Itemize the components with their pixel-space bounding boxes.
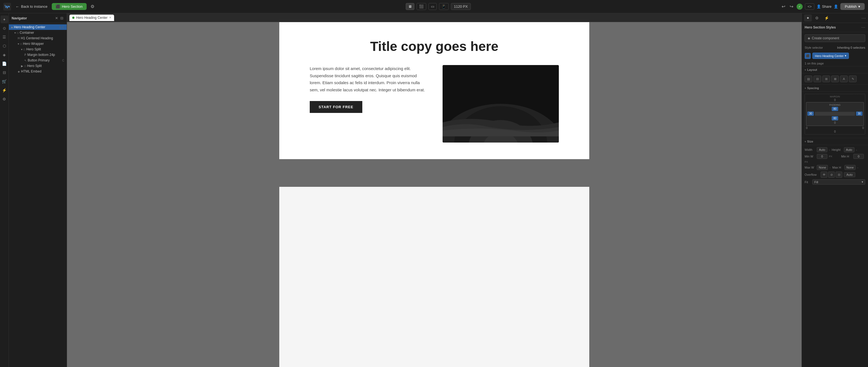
back-to-instance-button[interactable]: ← Back to instance [13, 3, 50, 10]
fit-dropdown[interactable]: Fill ▾ [812, 179, 865, 185]
navigator-expand-button[interactable]: ⊟ [60, 16, 64, 21]
nav-item-label: Hero Split [27, 64, 42, 68]
style-selector-dropdown[interactable]: Hero Heading Center ▾ [812, 53, 849, 59]
sidebar-layers-icon[interactable]: ☰ [1, 33, 8, 41]
selector-icon: ⬛ [805, 53, 811, 59]
sidebar-logic-icon[interactable]: ⚡ [1, 86, 8, 94]
nav-container-icon: □ [17, 31, 19, 34]
desktop-view-button[interactable]: 🖥 [406, 3, 414, 10]
nav-item-margin-bottom[interactable]: P Margin bottom 24p [9, 52, 67, 58]
min-w-val: 0 [817, 154, 827, 159]
redo-button[interactable]: ↪ [788, 3, 795, 10]
nav-chevron-right-icon: ▾ [18, 42, 19, 45]
webflow-logo[interactable] [3, 3, 11, 10]
tab-active-dot [72, 17, 74, 19]
layout-section-header[interactable]: ▾ Layout [802, 66, 868, 73]
nav-item-label: Container [20, 31, 34, 35]
create-component-button[interactable]: ◈ Create component [805, 34, 865, 42]
size-section-header[interactable]: ▾ Size [802, 138, 868, 145]
nav-chevron-split1-icon: ▾ [21, 48, 23, 51]
mobile-view-button[interactable]: 📱 [439, 3, 449, 10]
save-status-icon: ✓ [797, 4, 803, 10]
navigator-close-button[interactable]: ✕ [55, 16, 59, 21]
publish-icon-button[interactable]: 👤 [834, 4, 838, 8]
selector-row: ⬛ Hero Heading Center ▾ [802, 51, 868, 61]
display-flex-col-icon[interactable]: ⊞ [822, 75, 830, 82]
display-options: ▤ ⊟ ⊞ ⊠ A ✎ [805, 75, 865, 82]
nav-item-hero-heading-center[interactable]: ■ Hero Heading Center ⎘ C [9, 24, 67, 30]
margin-right-val: 0 [862, 126, 864, 129]
size-dash-1: - [829, 148, 830, 151]
settings-tab[interactable]: ⚙ [813, 14, 821, 22]
view-controls: 🖥 ⬛ ▭ 📱 1120 PX [98, 3, 779, 10]
sidebar-pages-icon[interactable]: 📄 [1, 60, 8, 67]
nav-item-label: H1 Centered Heading [21, 36, 53, 40]
nav-duplicate-icon[interactable]: ⎘ [59, 26, 61, 29]
min-h-val: 0 [853, 154, 864, 159]
nav-item-hero-wrapper[interactable]: ▾ □ Hero Wrapper [9, 41, 67, 47]
overflow-buttons: 👁 ⊘ ⊟ [821, 172, 842, 178]
spacing-section-header[interactable]: ▾ Spacing [802, 84, 868, 91]
max-w-label: Max W [805, 166, 815, 169]
tab-close-icon[interactable]: ✕ [109, 16, 111, 19]
max-dash-2: - [857, 166, 858, 169]
section-more-icon[interactable]: ⋯ [861, 25, 865, 30]
right-section-title: Hero Section Styles [805, 26, 836, 29]
hero-split-container: Lorem ipsum dolor sit amet, consectetur … [310, 65, 559, 143]
sidebar-settings-icon[interactable]: ⚙ [1, 95, 8, 103]
overflow-visible-button[interactable]: 👁 [821, 172, 827, 178]
min-size-row: Min W 0 PX Min H 0 PX [805, 154, 865, 163]
share-button[interactable]: 👤 Share [816, 4, 832, 8]
display-text-icon[interactable]: A [840, 75, 848, 82]
nav-html-icon: ◈ [18, 70, 20, 73]
nav-btn-badge[interactable]: C [62, 59, 64, 62]
nav-button-icons: C [62, 59, 64, 62]
nav-item-hero-split-2[interactable]: ▶ □ Hero Split [9, 63, 67, 69]
nav-item-button-primary[interactable]: ↖ Button Primary C [9, 58, 67, 63]
display-flex-row-icon[interactable]: ⊟ [813, 75, 821, 82]
sidebar-assets-icon[interactable]: ⬡ [1, 42, 8, 50]
tablet-portrait-button[interactable]: ▭ [429, 3, 437, 10]
layout-label: Layout [807, 68, 817, 71]
fit-chevron-icon: ▾ [862, 180, 863, 184]
width-height-row: Width Auto - Height Auto - [805, 147, 865, 152]
nav-item-hero-split-1[interactable]: ▾ □ Hero Split [9, 47, 67, 52]
publish-button[interactable]: Publish ▾ [840, 3, 865, 10]
navigator-header: Navigator ✕ ⊟ [9, 13, 67, 23]
nav-item-label: Hero Wrapper [23, 42, 44, 46]
display-block-icon[interactable]: ▤ [805, 75, 812, 82]
layout-chevron-icon: ▾ [805, 68, 806, 71]
hero-cta-button[interactable]: START FOR FREE [310, 101, 362, 113]
tablet-landscape-button[interactable]: ⬛ [416, 3, 426, 10]
sidebar-add-icon[interactable]: + [1, 16, 8, 23]
nav-item-container[interactable]: ▾ □ Container [9, 30, 67, 35]
hero-section-button[interactable]: ⬛ Hero Section [52, 3, 86, 10]
navigator-title: Navigator [11, 16, 27, 20]
canvas-tab-bar: Hero Heading Center ✕ [67, 13, 802, 22]
nav-item-h1[interactable]: H H1 Centered Heading [9, 35, 67, 41]
interactions-tab[interactable]: ⚡ [822, 14, 831, 22]
overflow-scroll-button[interactable]: ⊟ [836, 172, 842, 178]
nav-item-html-embed[interactable]: ◈ HTML Embed [9, 69, 67, 74]
display-edit-icon[interactable]: ✎ [849, 75, 857, 82]
overflow-auto-val: Auto [844, 172, 855, 177]
overflow-hidden-button[interactable]: ⊘ [828, 172, 835, 178]
sidebar-cms-icon[interactable]: ⊟ [1, 69, 8, 77]
code-view-button[interactable]: <> [805, 3, 814, 10]
panel-more-icon[interactable]: ⋯ [861, 16, 866, 21]
canvas-tab-hero[interactable]: Hero Heading Center ✕ [69, 14, 114, 21]
sidebar-search-icon[interactable]: ⊙ [1, 24, 8, 32]
share-icon: 👤 [816, 4, 821, 8]
undo-button[interactable]: ↩ [780, 3, 786, 10]
nav-chevron-split2-icon: ▶ [21, 64, 23, 67]
min-w-label: Min W [805, 155, 815, 158]
display-grid-icon[interactable]: ⊠ [831, 75, 839, 82]
sidebar-components-icon[interactable]: ◈ [1, 51, 8, 59]
nav-badge[interactable]: C [62, 26, 64, 29]
sidebar-ecommerce-icon[interactable]: 🛒 [1, 78, 8, 85]
size-chevron-icon: ▾ [805, 140, 806, 143]
style-tab[interactable]: ✦ [804, 14, 812, 22]
hero-image-col [442, 65, 559, 143]
settings-icon[interactable]: ⚙ [89, 3, 96, 10]
nav-item-label: Button Primary [28, 58, 50, 62]
